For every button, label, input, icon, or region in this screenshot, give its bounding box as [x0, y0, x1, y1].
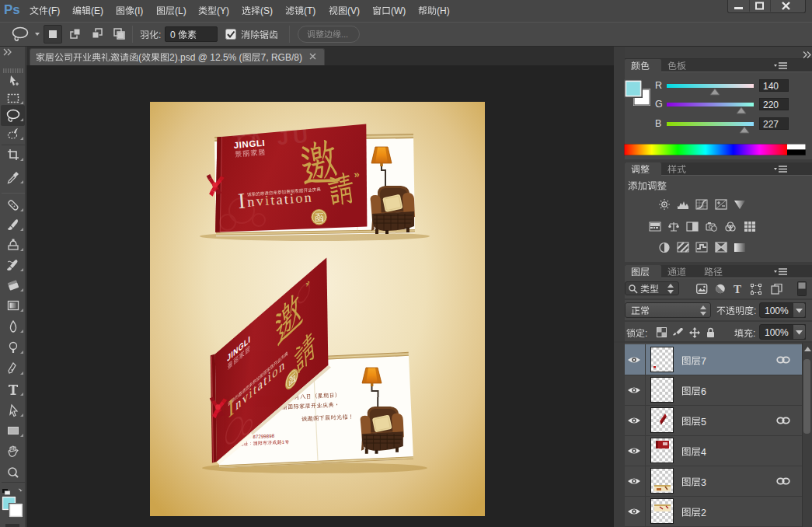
svg-text:227: 227 — [763, 119, 779, 130]
svg-text:6: 6 — [701, 386, 706, 396]
svg-text:5: 5 — [701, 416, 706, 427]
svg-text:(W): (W) — [391, 5, 406, 16]
svg-text:220: 220 — [763, 99, 779, 110]
svg-text:(I): (I) — [134, 5, 143, 16]
svg-text:...: ... — [341, 30, 348, 39]
svg-text:(L): (L) — [175, 5, 186, 16]
svg-text:7: 7 — [701, 355, 706, 366]
svg-text:(V): (V) — [347, 5, 360, 16]
svg-text:T: T — [734, 284, 741, 295]
svg-text:2).psd @ 12.5% (: 2).psd @ 12.5% ( — [169, 52, 242, 63]
svg-text:B: B — [655, 117, 661, 128]
svg-text:3: 3 — [701, 476, 706, 487]
svg-text:G: G — [655, 98, 663, 109]
svg-text:(E): (E) — [91, 5, 103, 16]
svg-text:100%: 100% — [765, 327, 789, 338]
svg-text:(: ( — [138, 52, 141, 63]
svg-text:I: I — [228, 391, 234, 424]
svg-text::: : — [753, 328, 755, 339]
svg-text:87299898: 87299898 — [253, 433, 274, 439]
svg-text:(F): (F) — [48, 5, 60, 16]
svg-text:(Y): (Y) — [217, 5, 229, 16]
svg-text:7, RGB/8): 7, RGB/8) — [261, 52, 302, 63]
svg-text:(H): (H) — [437, 5, 450, 16]
svg-text:(T): (T) — [304, 5, 315, 16]
svg-text::: : — [645, 328, 647, 339]
svg-text:R: R — [655, 79, 662, 90]
svg-text:2: 2 — [701, 507, 706, 518]
svg-text::: : — [159, 30, 161, 40]
svg-text::: : — [754, 305, 756, 316]
svg-text:(S): (S) — [260, 5, 273, 16]
svg-text:0: 0 — [170, 30, 176, 40]
svg-text:140: 140 — [763, 81, 779, 92]
svg-text:4: 4 — [701, 446, 706, 457]
svg-text:100%: 100% — [765, 305, 789, 316]
